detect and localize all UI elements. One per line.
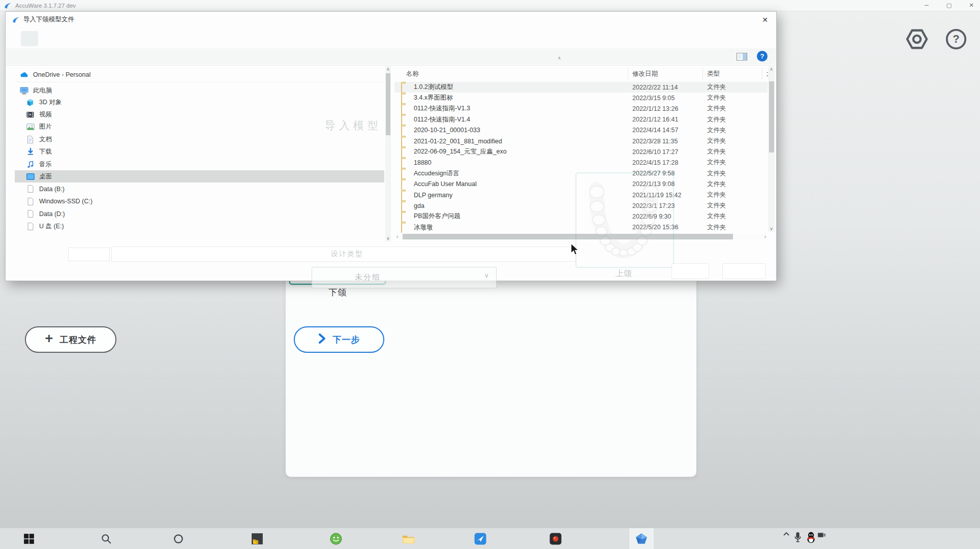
details-pane-toggle-icon[interactable] [737,53,747,63]
drive-icon [26,222,35,231]
project-file-button[interactable]: + 工程文件 [25,326,116,353]
svg-text:?: ? [953,33,959,45]
accuware-icon[interactable] [629,528,654,549]
next-chevron-icon [318,333,326,346]
column-header-name[interactable]: 名称 [406,70,419,78]
ghost-design-type-label: 设计类型 [331,250,363,259]
tray-expand-icon[interactable] [783,532,790,537]
tree-item-12[interactable]: Data (D:) [15,208,384,220]
settings-nut-icon[interactable] [905,27,929,53]
ghost-open-button [671,263,709,279]
start-icon[interactable] [17,528,41,549]
folder-icon [401,224,402,233]
folder-icon [401,105,402,114]
file-row[interactable]: Accudesign语言2022/5/27 9:58文件夹 [394,168,768,179]
tree-item-5[interactable]: 图片 [15,121,384,133]
tree-item-9[interactable]: 桌面 [15,170,384,182]
folder-icon [401,95,402,104]
tree-item-3[interactable]: 3D 对象 [15,96,384,108]
folder-icon [401,180,402,190]
tree-scroll-down-icon[interactable]: ∨ [385,236,391,241]
tree-scrollbar[interactable]: ∧ ∨ [385,66,391,241]
column-header-type[interactable]: 类型 [707,70,720,78]
tree-separator [15,82,384,82]
accuware-logo-icon [4,2,11,9]
file-row[interactable]: 2022-06-09_154_元宝_应鑫_exo2022/6/10 17:27文… [394,146,768,157]
drive-icon [26,185,35,193]
sort-ascending-icon: ∧ [558,55,561,60]
list-vertical-scrollbar[interactable]: ∧ ∨ [768,66,775,232]
list-scroll-down-icon[interactable]: ∨ [768,226,775,231]
dialog-toolbar [6,48,776,65]
list-horizontal-scrollbar[interactable]: ‹ › [395,233,767,240]
file-row[interactable]: 0112-快速指南-V1.32022/1/12 13:26文件夹 [394,103,768,114]
help-icon[interactable]: ? [944,27,968,53]
ghost-group-value: 未分组 [355,272,381,282]
tree-scrollbar-thumb[interactable] [386,73,390,135]
list-scroll-up-icon[interactable]: ∧ [768,67,775,72]
file-row[interactable]: gda2022/3/1 17:23文件夹 [394,200,768,211]
dialog-title: 导入下颌模型文件 [23,15,74,24]
dialog-close-button[interactable]: ✕ [758,13,772,26]
list-scrollbar-thumb[interactable] [769,81,774,152]
tree-item-13[interactable]: U 盘 (E:) [15,220,384,232]
qq-icon[interactable] [806,532,816,543]
tree-item-4[interactable]: 视频 [15,108,384,120]
lower-jaw-label: 下颌 [289,287,386,298]
search-icon[interactable] [94,528,118,549]
dialog-logo-icon [12,16,19,23]
explorer-icon[interactable] [396,528,420,549]
3d-objects-icon [26,98,35,107]
file-row[interactable]: PB国外客户问题2022/6/9 9:30文件夹 [394,211,768,222]
onedrive-cloud-icon [20,71,28,79]
stickynotes-icon[interactable] [245,528,269,549]
tree-item-2[interactable]: 此电脑 [15,84,384,97]
maximize-button[interactable]: ▢ [940,0,958,11]
main-window-titlebar: AccuWare 3.1.7.27 dev [0,0,980,11]
ghost-cancel-button [722,263,765,279]
file-row[interactable]: 1.0.2测试模型2022/2/22 11:14文件夹 [394,82,768,93]
file-row[interactable]: 2021-01-22_001_881_modified2022/3/28 11:… [394,136,768,146]
recorder-app-icon[interactable] [543,528,568,549]
tree-item-6[interactable]: 文档 [15,133,384,145]
pane-separator [6,65,776,66]
h-scrollbar-thumb[interactable] [403,234,733,239]
list-scroll-left-icon[interactable]: ‹ [396,234,398,239]
drive-icon [26,197,35,206]
ghost-filename-input [111,247,576,262]
tree-item-11[interactable]: Windows-SSD (C:) [15,195,384,207]
tree-item-10[interactable]: Data (B:) [15,183,384,195]
desktop: AccuWare 3.1.7.27 dev ─ ▢ ✕ ? 下颌 + 工程文件 … [0,0,980,549]
tree-scroll-up-icon[interactable]: ∧ [385,67,391,72]
dialog-help-icon[interactable]: ? [757,51,768,62]
file-row[interactable]: DLP germany2021/11/19 15:42文件夹 [394,190,768,200]
minimize-button[interactable]: ─ [918,0,935,11]
file-row[interactable]: 3.4.x界面图标2022/3/15 9:05文件夹 [394,93,768,103]
blue-arrow-app-icon[interactable] [468,528,493,549]
taskbar [0,528,980,549]
cortana-icon[interactable] [166,528,191,549]
window-title: AccuWare 3.1.7.27 dev [15,3,76,9]
desktop-icon [26,172,35,181]
file-row[interactable]: 188802022/4/15 17:28文件夹 [394,157,768,168]
folder-icon [401,202,402,211]
plug-icon[interactable] [817,532,826,539]
column-header-date[interactable]: 修改日期 [632,70,658,78]
microphone-icon[interactable] [794,532,802,542]
file-row[interactable]: 2020-10-21_00001-0332022/4/14 14:57文件夹 [394,125,768,136]
list-scroll-right-icon[interactable]: › [764,234,766,239]
plus-icon: + [45,331,53,347]
green-app-icon[interactable] [324,528,348,549]
file-row[interactable]: 0112-快速指南-V1.42022/1/12 16:41文件夹 [394,114,768,125]
tree-item-8[interactable]: 音乐 [15,158,384,170]
downloads-icon [26,147,35,156]
file-row[interactable]: 冰墩墩2022/5/20 15:36文件夹 [394,222,768,233]
tree-item-1[interactable]: OneDrive - Personal [15,69,384,81]
folder-icon [401,116,402,125]
file-row[interactable]: AccuFab User Manual2022/1/13 9:08文件夹 [394,179,768,190]
folder-icon [401,148,402,158]
next-step-button[interactable]: 下一步 [294,326,384,353]
close-button[interactable]: ✕ [963,0,980,11]
folder-icon [401,159,402,168]
tree-item-7[interactable]: 下载 [15,146,384,158]
